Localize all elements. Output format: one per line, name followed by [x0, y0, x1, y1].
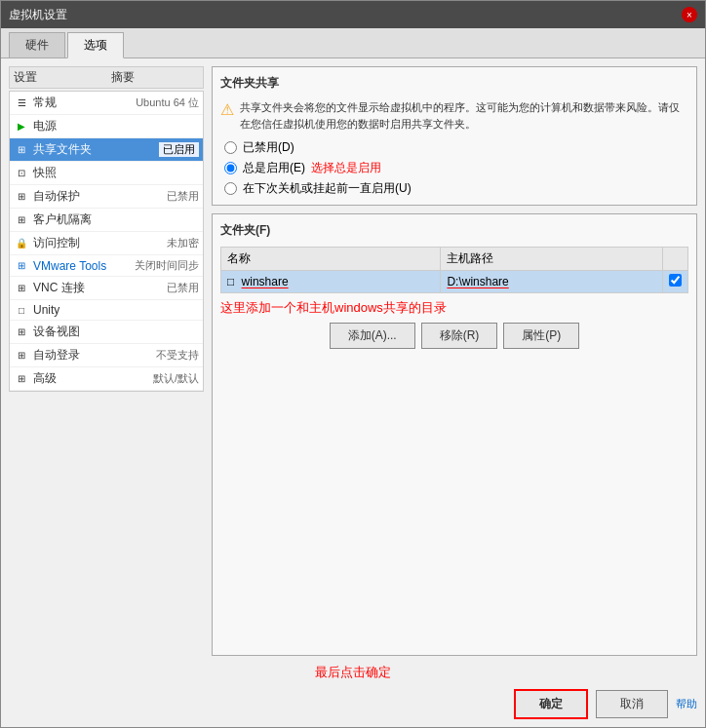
radio-until-off-row: 在下次关机或挂起前一直启用(U) [224, 180, 688, 197]
warning-icon: ⚠ [220, 100, 234, 119]
autologin-icon: ⊞ [14, 349, 29, 363]
guest-isolation-icon: ⊞ [14, 213, 29, 227]
bottom-area: 最后点击确定 确定 取消 帮助 [1, 664, 705, 727]
row-host-path: D:\winshare [441, 271, 663, 293]
sidebar-item-access-control[interactable]: 🔒 访问控制 未加密 [10, 232, 203, 255]
radio-group: 已禁用(D) 总是启用(E) 选择总是启用 在下次关机或挂起前一直启用(U) [220, 139, 688, 197]
warning-text: 共享文件夹会将您的文件显示给虚拟机中的程序。这可能为您的计算机和数据带来风险。请… [240, 99, 688, 132]
general-icon: ☰ [14, 96, 29, 110]
sidebar-item-autologin[interactable]: ⊞ 自动登录 不受支持 [10, 344, 203, 367]
sidebar-item-vnc[interactable]: ⊞ VNC 连接 已禁用 [10, 277, 203, 300]
autoprotect-icon: ⊞ [14, 190, 29, 204]
sidebar-item-vmware-tools[interactable]: ⊞ VMware Tools 关闭时间同步 [10, 255, 203, 277]
radio-disabled-label: 已禁用(D) [243, 139, 294, 156]
close-button[interactable]: × [682, 7, 697, 22]
files-table: 名称 主机路径 □ winshare D:\winshare [220, 247, 688, 293]
remove-button[interactable]: 移除(R) [421, 323, 498, 349]
col-checkbox [663, 248, 688, 271]
tab-options[interactable]: 选项 [67, 32, 124, 58]
add-button[interactable]: 添加(A)... [330, 323, 415, 349]
main-content: 设置 摘要 ☰ 常规 Ubuntu 64 位 ▶ 电源 ⊞ [1, 58, 705, 664]
vnc-icon: ⊞ [14, 282, 29, 295]
settings-list: ☰ 常规 Ubuntu 64 位 ▶ 电源 ⊞ 共享文件夹 已启用 [9, 91, 204, 392]
header-summary: 摘要 [111, 69, 135, 86]
power-icon: ▶ [14, 120, 29, 134]
sidebar-item-autoprotect[interactable]: ⊞ 自动保护 已禁用 [10, 185, 203, 209]
radio-always[interactable] [224, 162, 237, 174]
sidebar-item-guest-isolation[interactable]: ⊞ 客户机隔离 [10, 209, 203, 232]
tab-hardware[interactable]: 硬件 [9, 32, 65, 57]
file-sharing-section: 文件夹共享 ⚠ 共享文件夹会将您的文件显示给虚拟机中的程序。这可能为您的计算机和… [212, 66, 697, 206]
file-sharing-title: 文件夹共享 [220, 75, 688, 92]
left-panel: 设置 摘要 ☰ 常规 Ubuntu 64 位 ▶ 电源 ⊞ [9, 66, 204, 656]
confirm-button[interactable]: 确定 [514, 689, 588, 719]
files-section: 文件夹(F) 名称 主机路径 □ winshare [212, 213, 697, 656]
col-host-path: 主机路径 [441, 248, 663, 271]
sidebar-item-device-view[interactable]: ⊞ 设备视图 [10, 321, 203, 344]
access-control-icon: 🔒 [14, 237, 29, 250]
radio-until-off[interactable] [224, 182, 237, 195]
table-row[interactable]: □ winshare D:\winshare [221, 271, 688, 293]
main-window: 虚拟机设置 × 硬件 选项 设置 摘要 ☰ 常规 Ubuntu 64 位 [0, 0, 706, 728]
advanced-icon: ⊞ [14, 372, 29, 386]
sidebar-item-advanced[interactable]: ⊞ 高级 默认/默认 [10, 367, 203, 391]
sidebar-item-general[interactable]: ☰ 常规 Ubuntu 64 位 [10, 92, 203, 115]
files-section-title: 文件夹(F) [220, 222, 688, 239]
files-annotation: 这里添加一个和主机windows共享的目录 [220, 299, 688, 317]
sidebar-item-shared-folders[interactable]: ⊞ 共享文件夹 已启用 [10, 138, 203, 162]
left-header: 设置 摘要 [9, 66, 204, 89]
radio-until-off-label: 在下次关机或挂起前一直启用(U) [243, 180, 412, 197]
radio-always-annotation: 选择总是启用 [311, 160, 381, 176]
cancel-button[interactable]: 取消 [596, 690, 668, 718]
warning-row: ⚠ 共享文件夹会将您的文件显示给虚拟机中的程序。这可能为您的计算机和数据带来风险… [220, 99, 688, 132]
help-link[interactable]: 帮助 [676, 697, 697, 711]
row-checkbox[interactable] [669, 274, 682, 287]
bottom-note: 最后点击确定 [315, 664, 391, 681]
sidebar-item-power[interactable]: ▶ 电源 [10, 115, 203, 138]
device-view-icon: ⊞ [14, 326, 29, 339]
row-checkbox-cell [663, 271, 688, 293]
properties-button[interactable]: 属性(P) [503, 323, 579, 349]
radio-disabled[interactable] [224, 141, 237, 154]
window-title: 虚拟机设置 [9, 7, 682, 23]
radio-always-label: 总是启用(E) [243, 160, 305, 176]
row-name: □ winshare [221, 271, 441, 293]
right-panel: 文件夹共享 ⚠ 共享文件夹会将您的文件显示给虚拟机中的程序。这可能为您的计算机和… [212, 66, 697, 656]
header-settings: 设置 [14, 69, 111, 86]
radio-disabled-row: 已禁用(D) [224, 139, 688, 156]
snapshot-icon: ⊡ [14, 167, 29, 180]
sidebar-item-unity[interactable]: □ Unity [10, 300, 203, 321]
shared-folders-icon: ⊞ [14, 143, 29, 157]
titlebar: 虚拟机设置 × [1, 1, 705, 28]
sidebar-item-snapshot[interactable]: ⊡ 快照 [10, 162, 203, 185]
files-buttons: 添加(A)... 移除(R) 属性(P) [220, 323, 688, 349]
radio-always-row: 总是启用(E) 选择总是启用 [224, 160, 688, 176]
vmware-tools-icon: ⊞ [14, 259, 29, 273]
row-folder-icon: □ [227, 275, 234, 288]
col-name: 名称 [221, 248, 441, 271]
tab-bar: 硬件 选项 [1, 28, 705, 58]
bottom-buttons: 确定 取消 帮助 [514, 689, 697, 719]
unity-icon: □ [14, 303, 29, 317]
